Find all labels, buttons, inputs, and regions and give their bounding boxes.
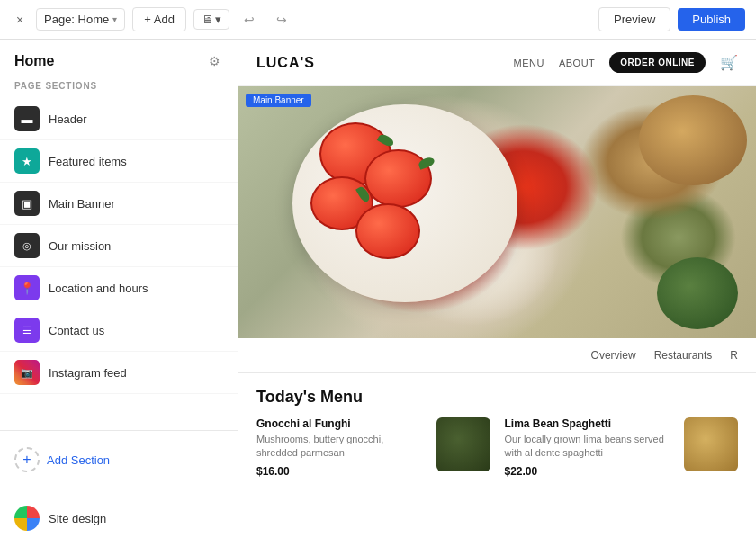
- menu-item-desc: Our locally grown lima beans served with…: [505, 433, 676, 461]
- page-selector[interactable]: Page: Home ▾: [36, 8, 125, 31]
- featured-icon: ★: [14, 148, 40, 174]
- tomato-2: [364, 149, 432, 208]
- spaghetti-thumbnail-image: [684, 417, 738, 471]
- menu-nav-link[interactable]: MENU: [514, 58, 544, 68]
- sidebar-item-label: Contact us: [49, 324, 104, 337]
- contact-icon: ☰: [14, 318, 40, 343]
- sidebar-item-header[interactable]: ▬ Header: [0, 98, 238, 140]
- sidebar-item-label: Instagram feed: [49, 366, 127, 380]
- sidebar-item-label: Our mission: [49, 239, 111, 253]
- sidebar: Home ⚙ PAGE SECTIONS ▬ Header ★ Featured…: [0, 40, 238, 547]
- tab-restaurants[interactable]: Restaurants: [654, 347, 713, 363]
- menu-item-name: Lima Bean Spaghetti: [505, 417, 676, 430]
- sidebar-item-label: Featured items: [49, 155, 127, 168]
- todays-menu-section: Today's Menu Gnocchi al Funghi Mushrooms…: [238, 373, 756, 547]
- sidebar-item-label: Main Banner: [49, 197, 115, 211]
- menu-item-info: Lima Bean Spaghetti Our locally grown li…: [505, 417, 676, 478]
- tab-overview[interactable]: Overview: [591, 347, 636, 363]
- sidebar-bottom: + Add Section Site design: [0, 430, 238, 547]
- tomato-4: [356, 203, 420, 259]
- todays-menu-title: Today's Menu: [256, 388, 738, 407]
- add-section-icon: +: [14, 447, 40, 472]
- chevron-down-icon: ▾: [112, 14, 117, 24]
- sidebar-header: Home ⚙: [0, 40, 238, 77]
- menu-item-thumbnail: [684, 417, 738, 471]
- sidebar-item-our-mission[interactable]: ◎ Our mission: [0, 225, 238, 267]
- menu-item-price: $22.00: [505, 465, 676, 478]
- add-button[interactable]: + Add: [132, 7, 186, 31]
- chevron-down-icon: ▾: [215, 13, 221, 26]
- tab-r[interactable]: R: [730, 347, 738, 363]
- site-design-button[interactable]: Site design: [0, 489, 238, 547]
- menu-item-desc: Mushrooms, buttery gnocchi, shredded par…: [256, 433, 428, 461]
- main-banner-icon: ▣: [14, 191, 40, 216]
- menu-items-row: Gnocchi al Funghi Mushrooms, buttery gno…: [256, 417, 738, 478]
- food-background: [238, 86, 756, 338]
- about-nav-link[interactable]: ABOUT: [559, 58, 595, 68]
- instagram-icon: 📷: [14, 360, 40, 385]
- menu-item-card: Gnocchi al Funghi Mushrooms, buttery gno…: [256, 417, 490, 478]
- header-icon: ▬: [14, 106, 40, 131]
- redo-button[interactable]: ↪: [269, 7, 294, 32]
- canvas-area: LUCA'S MENU ABOUT ORDER ONLINE 🛒 Main Ba…: [238, 40, 756, 547]
- website-preview: LUCA'S MENU ABOUT ORDER ONLINE 🛒 Main Ba…: [238, 40, 756, 547]
- menu-item-thumbnail: [436, 417, 490, 471]
- sidebar-item-instagram[interactable]: 📷 Instagram feed: [0, 352, 238, 394]
- sidebar-item-location[interactable]: 📍 Location and hours: [0, 267, 238, 309]
- main-banner-label: Main Banner: [246, 94, 311, 107]
- main-banner-image: [238, 86, 756, 338]
- menu-item-info: Gnocchi al Funghi Mushrooms, buttery gno…: [256, 417, 428, 478]
- preview-button[interactable]: Preview: [598, 7, 670, 31]
- close-button[interactable]: ×: [11, 11, 29, 29]
- gear-icon[interactable]: ⚙: [205, 52, 223, 70]
- pasta-thumbnail-image: [436, 417, 490, 471]
- site-design-icon: [14, 506, 40, 531]
- toolbar: × Page: Home ▾ + Add 🖥 ▾ ↩ ↪ Preview Pub…: [0, 0, 756, 40]
- sidebar-item-main-banner[interactable]: ▣ Main Banner: [0, 183, 238, 225]
- cart-icon[interactable]: 🛒: [720, 54, 738, 71]
- site-logo: LUCA'S: [256, 55, 315, 71]
- sidebar-item-label: Location and hours: [49, 282, 148, 295]
- order-online-button[interactable]: ORDER ONLINE: [609, 52, 706, 73]
- menu-item-card: Lima Bean Spaghetti Our locally grown li…: [505, 417, 739, 478]
- sidebar-item-featured[interactable]: ★ Featured items: [0, 140, 238, 183]
- sidebar-item-contact[interactable]: ☰ Contact us: [0, 309, 238, 352]
- add-section-button[interactable]: + Add Section: [0, 431, 238, 489]
- bottom-right-bowl: [657, 257, 738, 329]
- page-name-label: Page: Home: [44, 13, 109, 26]
- preview-tabs: Overview Restaurants R: [238, 338, 756, 373]
- location-icon: 📍: [14, 275, 40, 300]
- right-bowl: [639, 95, 747, 185]
- undo-button[interactable]: ↩: [237, 7, 262, 32]
- sidebar-item-label: Header: [49, 112, 87, 126]
- site-design-label: Site design: [49, 512, 106, 525]
- menu-item-name: Gnocchi al Funghi: [256, 417, 428, 430]
- site-nav: LUCA'S MENU ABOUT ORDER ONLINE 🛒: [238, 40, 756, 86]
- sections-label: PAGE SECTIONS: [0, 77, 238, 98]
- main-layout: Home ⚙ PAGE SECTIONS ▬ Header ★ Featured…: [0, 40, 756, 547]
- publish-button[interactable]: Publish: [678, 8, 745, 31]
- menu-item-price: $16.00: [256, 465, 428, 478]
- our-mission-icon: ◎: [14, 233, 40, 258]
- sidebar-title: Home: [14, 53, 54, 69]
- desktop-icon: 🖥: [202, 13, 213, 26]
- main-banner-section: Main Banner: [238, 86, 756, 338]
- device-selector[interactable]: 🖥 ▾: [194, 9, 230, 30]
- add-section-label: Add Section: [47, 453, 110, 467]
